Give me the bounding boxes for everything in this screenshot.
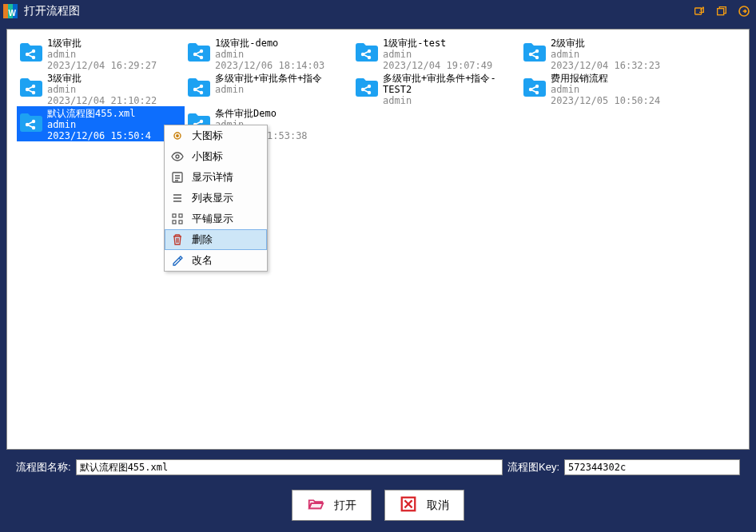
file-texts: 费用报销流程admin2023/12/05 10:50:24	[551, 73, 660, 106]
cancel-icon	[400, 495, 417, 515]
content-area: 1级审批admin2023/12/04 16:29:271级审批-demoadm…	[0, 22, 756, 532]
file-texts: 多级审批+审批条件+指令-TEST2admin	[383, 73, 519, 106]
file-texts: 1级审批admin2023/12/04 16:29:27	[47, 38, 157, 71]
file-date: 2023/12/06 18:14:03	[215, 60, 324, 71]
file-texts: 1级审批-testadmin2023/12/04 19:07:49	[383, 38, 492, 71]
context-menu-item[interactable]: 改名	[165, 250, 267, 271]
file-user: admin	[215, 84, 322, 95]
file-item[interactable]: 多级审批+审批条件+指令admin	[185, 71, 352, 106]
context-menu-item[interactable]: 显示详情	[165, 167, 267, 188]
close-button[interactable]	[735, 2, 753, 20]
file-name: 费用报销流程	[551, 73, 660, 84]
tiles-icon	[171, 212, 184, 225]
app-logo: W	[3, 4, 18, 18]
file-item[interactable]: 默认流程图455.xmladmin2023/12/06 15:50:4	[17, 106, 185, 141]
name-input[interactable]	[76, 459, 503, 475]
context-menu-label: 显示详情	[192, 170, 233, 185]
folder-share-icon	[354, 74, 380, 100]
file-texts: 1级审批-demoadmin2023/12/06 18:14:03	[215, 38, 324, 71]
titlebar: W 打开流程图	[0, 0, 756, 22]
key-label: 流程图Key:	[507, 460, 559, 474]
svg-rect-10	[179, 220, 182, 224]
context-menu-item[interactable]: 列表显示	[165, 188, 267, 208]
file-user: admin	[215, 49, 324, 60]
file-item[interactable]: 多级审批+审批条件+指令-TEST2admin	[352, 71, 520, 106]
file-name: 条件审批Demo	[215, 108, 308, 119]
context-menu-label: 删除	[192, 232, 213, 247]
file-user: admin	[551, 49, 660, 60]
file-texts: 多级审批+审批条件+指令admin	[215, 73, 322, 95]
file-item[interactable]: 1级审批admin2023/12/04 16:29:27	[17, 36, 185, 71]
list-icon	[171, 192, 184, 204]
folder-share-icon	[18, 109, 44, 135]
large-icons-icon	[171, 129, 184, 142]
maximize-button[interactable]	[713, 2, 730, 20]
context-menu-item[interactable]: 删除	[165, 229, 267, 250]
file-list-area: 1级审批admin2023/12/04 16:29:271级审批-demoadm…	[6, 29, 750, 450]
open-button-label: 打开	[334, 498, 356, 513]
svg-rect-1	[718, 9, 724, 15]
file-item[interactable]: 3级审批admin2023/12/04 21:10:22	[17, 71, 185, 106]
file-user: admin	[383, 95, 519, 106]
file-date: 2023/12/04 16:32:23	[551, 60, 660, 71]
fields-row: 流程图名称: 流程图Key:	[6, 456, 750, 482]
context-menu-label: 小图标	[192, 149, 223, 164]
eye-icon	[171, 150, 184, 163]
file-user: admin	[47, 119, 151, 130]
context-menu-label: 大图标	[192, 129, 223, 143]
svg-point-4	[177, 135, 178, 137]
file-name: 2级审批	[551, 38, 660, 49]
file-user: admin	[47, 49, 157, 60]
file-name: 1级审批-demo	[215, 38, 324, 49]
file-date: 2023/12/06 15:50:4	[47, 130, 151, 141]
file-name: 3级审批	[47, 73, 157, 84]
context-menu-item[interactable]: 平铺显示	[165, 208, 267, 229]
file-user: admin	[47, 84, 157, 95]
details-icon	[171, 171, 184, 184]
file-date: 2023/12/05 10:50:24	[551, 95, 660, 106]
svg-rect-8	[179, 214, 182, 217]
svg-rect-7	[173, 214, 176, 217]
open-button[interactable]: 打开	[292, 490, 372, 521]
file-date: 2023/12/04 21:10:22	[47, 95, 157, 106]
file-item[interactable]: 1级审批-testadmin2023/12/04 19:07:49	[352, 36, 520, 71]
file-name: 多级审批+审批条件+指令-TEST2	[383, 73, 519, 95]
file-user: admin	[383, 49, 492, 60]
window-title: 打开流程图	[24, 4, 690, 18]
file-name: 1级审批-test	[383, 38, 492, 49]
file-name: 1级审批	[47, 38, 157, 49]
file-texts: 2级审批admin2023/12/04 16:32:23	[551, 38, 660, 71]
name-label: 流程图名称:	[16, 460, 71, 474]
context-menu-label: 改名	[192, 253, 213, 268]
file-texts: 3级审批admin2023/12/04 21:10:22	[47, 73, 157, 106]
key-input[interactable]	[564, 459, 740, 475]
context-menu-label: 列表显示	[192, 191, 233, 205]
folder-share-icon	[18, 39, 44, 65]
svg-rect-0	[695, 8, 702, 14]
file-item[interactable]: 费用报销流程admin2023/12/05 10:50:24	[520, 71, 688, 106]
trash-icon	[171, 233, 184, 246]
context-menu-item[interactable]: 大图标	[165, 125, 267, 146]
file-grid: 1级审批admin2023/12/04 16:29:271级审批-demoadm…	[17, 36, 739, 141]
context-menu: 大图标小图标显示详情列表显示平铺显示删除改名	[164, 125, 268, 272]
svg-rect-9	[173, 220, 176, 224]
folder-share-icon	[18, 74, 44, 100]
folder-share-icon	[522, 39, 547, 65]
folder-share-icon	[522, 74, 547, 100]
file-name: 多级审批+审批条件+指令	[215, 73, 322, 84]
context-menu-item[interactable]: 小图标	[165, 146, 267, 167]
minimize-button[interactable]	[690, 2, 708, 20]
file-name: 默认流程图455.xml	[47, 108, 151, 119]
cancel-button[interactable]: 取消	[384, 490, 464, 521]
file-item[interactable]: 1级审批-demoadmin2023/12/06 18:14:03	[185, 36, 352, 71]
folder-open-icon	[307, 495, 324, 515]
cancel-button-label: 取消	[427, 498, 449, 513]
window-controls	[690, 2, 753, 20]
context-menu-label: 平铺显示	[192, 212, 233, 226]
folder-share-icon	[354, 39, 380, 65]
file-user: admin	[551, 84, 660, 95]
file-item[interactable]: 2级审批admin2023/12/04 16:32:23	[520, 36, 688, 71]
action-buttons: 打开 取消	[6, 482, 750, 526]
folder-share-icon	[186, 74, 212, 100]
file-date: 2023/12/04 19:07:49	[383, 60, 492, 71]
